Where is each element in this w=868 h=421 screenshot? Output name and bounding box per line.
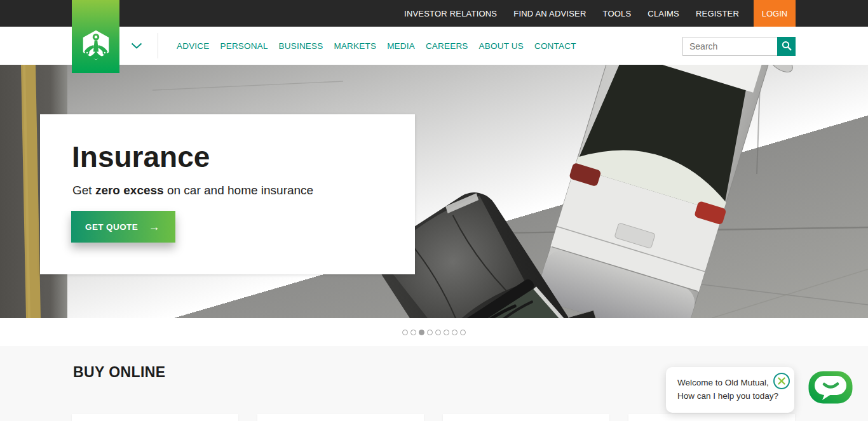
carousel-dot-5[interactable] [435,330,441,335]
login-button[interactable]: LOGIN [754,0,796,27]
get-quote-label: GET QUOTE [85,222,138,232]
top-link-claims[interactable]: CLAIMS [639,9,688,18]
search-input[interactable] [682,37,777,56]
hero-card: Insurance Get zero excess on car and hom… [40,114,415,274]
top-utility-links: INVESTOR RELATIONS FIND AN ADVISER TOOLS… [396,0,796,27]
logo-menu-chevron-down-icon[interactable] [131,41,142,52]
carousel-dot-8[interactable] [460,330,466,335]
search-bar [682,37,796,56]
main-navbar: ADVICE PERSONAL BUSINESS MARKETS MEDIA C… [0,27,868,65]
buy-online-cards [72,414,795,421]
nav-item-advice[interactable]: ADVICE [177,41,209,51]
top-link-tools[interactable]: TOOLS [594,9,639,18]
arrow-right-icon: → [149,220,160,234]
anchor-logo-icon [79,28,113,62]
carousel-dot-3[interactable] [419,330,424,335]
get-quote-button[interactable]: GET QUOTE → [71,211,175,243]
hero-subtitle-post: on car and home insurance [164,184,314,197]
carousel-dot-2[interactable] [410,330,416,335]
buy-online-card[interactable] [257,414,424,421]
hero-title: Insurance [72,141,415,173]
search-icon [782,41,792,53]
hero-subtitle-pre: Get [72,184,95,197]
nav-divider [158,33,158,58]
hero-banner: Insurance Get zero excess on car and hom… [0,65,868,318]
carousel-dot-4[interactable] [427,330,433,335]
carousel-dot-1[interactable] [402,330,408,335]
top-link-find-an-adviser[interactable]: FIND AN ADVISER [505,9,594,18]
top-utility-bar: INVESTOR RELATIONS FIND AN ADVISER TOOLS… [0,0,868,27]
main-nav-links: ADVICE PERSONAL BUSINESS MARKETS MEDIA C… [177,27,576,65]
hero-subtitle: Get zero excess on car and home insuranc… [72,184,415,197]
buy-online-card[interactable] [443,414,609,421]
nav-item-business[interactable]: BUSINESS [279,41,323,51]
carousel-dots [402,330,466,335]
old-mutual-logo[interactable] [72,0,119,73]
search-button[interactable] [777,37,796,56]
top-link-investor-relations[interactable]: INVESTOR RELATIONS [396,9,505,18]
chat-tooltip-line1: Welcome to Old Mutual, [677,376,771,389]
hero-subtitle-bold: zero excess [95,184,164,197]
nav-item-personal[interactable]: PERSONAL [220,41,268,51]
chat-tooltip: Welcome to Old Mutual, How can I help yo… [666,367,794,413]
buy-online-card[interactable] [628,414,795,421]
chat-close-button[interactable] [773,372,790,390]
buy-online-card[interactable] [72,414,238,421]
nav-item-media[interactable]: MEDIA [387,41,415,51]
carousel-dot-7[interactable] [452,330,458,335]
carousel-dot-6[interactable] [444,330,449,335]
nav-item-markets[interactable]: MARKETS [334,41,376,51]
top-link-register[interactable]: REGISTER [688,9,747,18]
chat-bubble-icon [808,395,853,406]
nav-item-careers[interactable]: CAREERS [426,41,468,51]
carousel-strip [0,318,868,346]
buy-online-heading: BUY ONLINE [73,364,165,381]
nav-item-contact[interactable]: CONTACT [534,41,576,51]
close-icon [773,382,790,392]
nav-item-about-us[interactable]: ABOUT US [479,41,524,51]
chat-launcher-button[interactable] [808,371,853,404]
chat-tooltip-line2: How can I help you today? [677,389,771,403]
